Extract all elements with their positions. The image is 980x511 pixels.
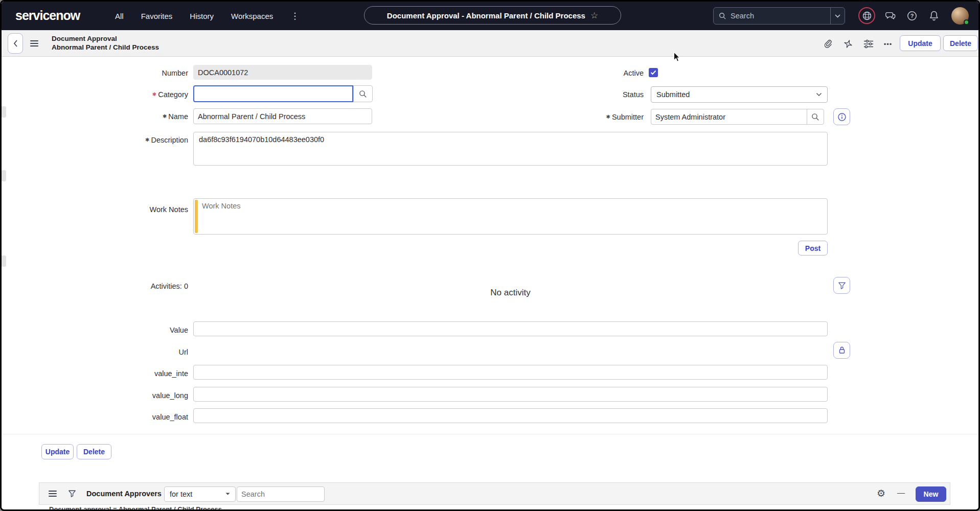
- list-context-menu-icon[interactable]: [49, 491, 57, 497]
- status-label: Status: [532, 90, 644, 99]
- activity-empty-state: No activity: [193, 288, 828, 298]
- value-inte-label: value_inte: [77, 369, 188, 378]
- value-long-input[interactable]: [193, 387, 828, 402]
- search-scope-caret[interactable]: [830, 8, 845, 24]
- list-settings-gear-icon[interactable]: ⚙: [877, 487, 885, 499]
- nav-item-history[interactable]: History: [190, 12, 214, 20]
- list-search-field-select[interactable]: for text: [164, 486, 236, 502]
- brand-text: servicenow: [15, 8, 80, 22]
- number-input[interactable]: [193, 65, 372, 80]
- global-search: [713, 7, 845, 25]
- record-tab-pill[interactable]: Document Approval - Abnormal Parent / Ch…: [364, 6, 621, 25]
- work-notes-stripe: [195, 200, 198, 233]
- form-context-menu-icon[interactable]: [30, 40, 38, 47]
- edge-chip: [2, 170, 6, 181]
- work-notes-label: Work Notes: [77, 205, 188, 214]
- list-search-input[interactable]: [237, 486, 325, 502]
- more-menus-icon[interactable]: ⋮: [290, 11, 299, 21]
- category-input[interactable]: [193, 85, 353, 102]
- category-lookup-button[interactable]: [353, 85, 373, 102]
- required-icon: ✱: [152, 91, 158, 97]
- submitter-preview-info-button[interactable]: [833, 108, 850, 125]
- work-notes-field: [193, 198, 828, 235]
- submitter-label: ✱Submitter: [532, 112, 644, 122]
- list-breadcrumb-text: Document approval = Abnormal Parent / Ch…: [49, 505, 222, 510]
- number-label: Number: [77, 68, 188, 78]
- submitter-lookup-button[interactable]: [807, 109, 824, 125]
- notifications-bell-icon[interactable]: [928, 10, 940, 21]
- value-label: Value: [77, 326, 188, 335]
- nav-item-favorites[interactable]: Favorites: [141, 12, 173, 20]
- name-label: ✱Name: [77, 112, 188, 121]
- related-list-title: Document Approvers: [86, 490, 162, 498]
- chevron-down-icon: [816, 92, 822, 97]
- delete-button[interactable]: Delete: [943, 35, 978, 51]
- footer-delete-button[interactable]: Delete: [77, 444, 111, 459]
- record-tab-label: Document Approval - Abnormal Parent / Ch…: [387, 11, 585, 20]
- record-title-table: Document Approval: [52, 34, 159, 43]
- post-button[interactable]: Post: [798, 241, 828, 256]
- required-icon: ✱: [163, 113, 168, 119]
- record-title: Document Approval Abnormal Parent / Chil…: [52, 34, 159, 52]
- help-icon[interactable]: ?: [906, 10, 918, 21]
- nav-item-workspaces[interactable]: Workspaces: [231, 12, 273, 20]
- section-divider: [2, 434, 978, 434]
- svg-text:?: ?: [910, 13, 914, 19]
- user-avatar[interactable]: [951, 7, 969, 25]
- chevron-down-icon: [225, 493, 230, 496]
- footer-update-button[interactable]: Update: [41, 444, 74, 459]
- list-filter-icon[interactable]: [68, 490, 76, 500]
- description-label: ✱Description: [77, 135, 188, 145]
- list-search-field-value: for text: [170, 490, 192, 498]
- attachment-paperclip-icon[interactable]: [822, 38, 834, 50]
- required-icon: ✱: [606, 114, 612, 120]
- update-button[interactable]: Update: [900, 35, 941, 51]
- servicenow-logo[interactable]: servicenow: [15, 8, 80, 23]
- work-notes-textarea[interactable]: [193, 198, 828, 235]
- globe-icon: [862, 11, 872, 21]
- value-inte-input[interactable]: [193, 365, 828, 380]
- form-header: Document Approval Abnormal Parent / Chil…: [2, 30, 978, 57]
- edge-chip: [2, 106, 6, 118]
- value-float-input[interactable]: [193, 408, 828, 423]
- value-long-label: value_long: [77, 391, 188, 400]
- servicenow-window: servicenow All Favorites History Workspa…: [0, 0, 980, 511]
- main-menu: All Favorites History Workspaces ⋮: [115, 2, 299, 30]
- top-nav: servicenow All Favorites History Workspa…: [2, 2, 978, 30]
- name-input[interactable]: [193, 108, 372, 124]
- edge-chip: [2, 256, 6, 267]
- url-lock-button[interactable]: [833, 342, 850, 359]
- search-icon: [719, 12, 726, 20]
- required-icon: ✱: [145, 137, 151, 143]
- category-label: ✱Category: [77, 90, 188, 99]
- submitter-input[interactable]: [651, 109, 807, 125]
- sparkle-ai-icon[interactable]: [842, 38, 854, 50]
- status-value: Submitted: [656, 90, 690, 99]
- back-button[interactable]: [8, 33, 23, 54]
- value-input[interactable]: [193, 321, 828, 336]
- active-label: Active: [532, 68, 644, 78]
- favorite-star-icon[interactable]: ☆: [590, 10, 598, 21]
- mouse-cursor-icon: [673, 52, 680, 64]
- connect-chat-icon[interactable]: [884, 10, 896, 21]
- nav-item-all[interactable]: All: [115, 12, 124, 20]
- record-title-name: Abnormal Parent / Child Process: [52, 43, 159, 52]
- activity-filter-button[interactable]: [833, 277, 850, 294]
- more-actions-icon[interactable]: •••: [882, 38, 894, 50]
- related-list-header: Document Approvers for text ⚙ — New: [39, 482, 950, 505]
- list-breadcrumb-row-clipped: Document approval = Abnormal Parent / Ch…: [39, 505, 950, 510]
- list-new-button[interactable]: New: [916, 486, 946, 502]
- value-float-label: value_float: [77, 412, 188, 422]
- status-select[interactable]: Submitted: [651, 86, 828, 103]
- search-input[interactable]: [731, 12, 830, 20]
- list-collapse-icon[interactable]: —: [897, 488, 905, 497]
- personalize-sliders-icon[interactable]: [862, 38, 875, 50]
- presence-status-dot: [964, 19, 969, 25]
- record-indicator-ring[interactable]: [858, 7, 875, 24]
- url-label: Url: [77, 347, 188, 357]
- activities-counter: Activities: 0: [77, 282, 188, 291]
- description-textarea[interactable]: da6f8c93f6194070b10d64483ee030f0: [193, 132, 828, 166]
- active-checkbox[interactable]: [649, 68, 658, 77]
